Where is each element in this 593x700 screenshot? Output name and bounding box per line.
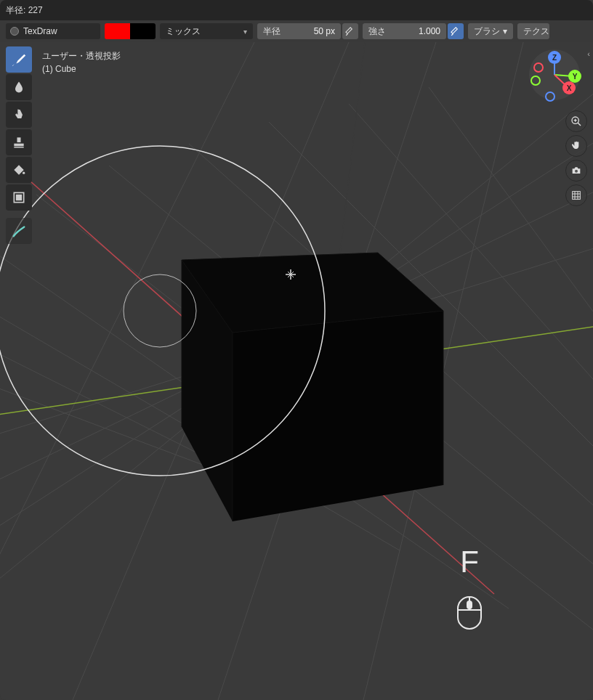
blend-mode-dropdown[interactable]: ミックス ▾ — [160, 23, 253, 39]
svg-rect-33 — [17, 137, 21, 142]
grid-icon — [570, 190, 582, 201]
brush-icon — [11, 52, 27, 68]
brush-settings-dropdown[interactable]: ブラシ ▾ — [468, 23, 513, 39]
scene-svg — [0, 42, 593, 700]
draw-tool[interactable] — [6, 46, 32, 73]
hand-icon — [570, 140, 582, 152]
mask-tool[interactable] — [6, 184, 32, 211]
stamp-icon — [12, 135, 26, 150]
strength-field-value: 1.000 — [419, 26, 440, 36]
fill-tool[interactable] — [6, 157, 32, 183]
pressure-icon — [345, 26, 355, 36]
radius-field-label: 半径 — [263, 25, 281, 38]
axis-z[interactable]: Z — [548, 51, 561, 64]
brush-selector[interactable]: TexDraw — [6, 23, 100, 39]
key-indicator: F — [455, 545, 484, 635]
texture-settings-dropdown[interactable]: テクス — [517, 23, 549, 39]
svg-rect-47 — [573, 192, 581, 200]
view-info: ユーザー・透視投影 (1) Cube — [42, 49, 121, 76]
clone-tool[interactable] — [6, 129, 32, 155]
smear-tool[interactable] — [6, 102, 32, 128]
sidebar-expand-chevron[interactable]: ‹ — [587, 49, 590, 58]
pencil-icon — [11, 223, 27, 239]
radius-field[interactable]: 半径 50 px — [257, 23, 341, 39]
soften-tool[interactable] — [6, 74, 32, 100]
radius-status: 半径: 227 — [6, 4, 43, 17]
svg-rect-35 — [14, 147, 23, 148]
perspective-button[interactable] — [565, 184, 587, 206]
projection-label: ユーザー・透視投影 — [42, 49, 121, 62]
svg-marker-21 — [233, 311, 443, 521]
secondary-color-swatch[interactable] — [130, 23, 156, 39]
pressure-icon — [451, 26, 461, 36]
texture-settings-label: テクス — [523, 25, 549, 38]
cube-mesh — [182, 253, 443, 521]
bucket-icon — [12, 163, 26, 177]
header-bar: TexDraw ミックス ▾ 半径 50 px 強さ 1.000 ブラシ ▾ テ… — [0, 20, 593, 42]
strength-field-label: 強さ — [368, 25, 386, 38]
svg-point-46 — [575, 170, 578, 173]
zoom-button[interactable] — [565, 110, 587, 132]
finger-icon — [12, 107, 26, 122]
object-label: (1) Cube — [42, 62, 121, 76]
chevron-down-icon: ▾ — [243, 28, 247, 36]
droplet-icon — [12, 80, 26, 94]
radius-pressure-toggle[interactable] — [342, 23, 358, 39]
primary-color-swatch[interactable] — [105, 23, 130, 39]
axis-neg-x[interactable] — [533, 62, 544, 73]
mask-icon — [12, 190, 26, 205]
radius-field-value: 50 px — [314, 26, 335, 36]
svg-rect-55 — [467, 601, 472, 609]
axis-x[interactable]: X — [562, 81, 576, 94]
strength-pressure-toggle[interactable] — [448, 23, 464, 39]
brush-settings-label: ブラシ — [474, 25, 500, 38]
3d-viewport[interactable]: ユーザー・透視投影 (1) Cube ‹ — [0, 42, 593, 700]
key-letter: F — [455, 545, 484, 579]
axis-neg-z[interactable] — [545, 91, 555, 102]
chevron-down-icon: ▾ — [503, 26, 507, 36]
viewport-nav-buttons — [565, 110, 587, 206]
pan-button[interactable] — [565, 135, 587, 157]
camera-button[interactable] — [565, 160, 587, 182]
svg-line-43 — [578, 123, 581, 126]
axis-gizmo[interactable]: Z Y X — [529, 49, 580, 100]
svg-rect-34 — [14, 144, 23, 146]
brush-preview-icon — [10, 27, 19, 36]
strength-field[interactable]: 強さ 1.000 — [363, 23, 446, 39]
annotate-tool[interactable] — [6, 218, 32, 244]
camera-icon — [570, 165, 582, 176]
axis-neg-y[interactable] — [531, 76, 541, 86]
status-bar: 半径: 227 — [0, 0, 593, 20]
tool-toolbar — [6, 46, 32, 244]
zoom-icon — [570, 115, 582, 127]
mouse-icon — [455, 594, 484, 635]
svg-point-36 — [23, 172, 25, 174]
brush-name-label: TexDraw — [23, 26, 57, 36]
svg-rect-38 — [17, 195, 22, 200]
blend-mode-label: ミックス — [166, 25, 201, 38]
